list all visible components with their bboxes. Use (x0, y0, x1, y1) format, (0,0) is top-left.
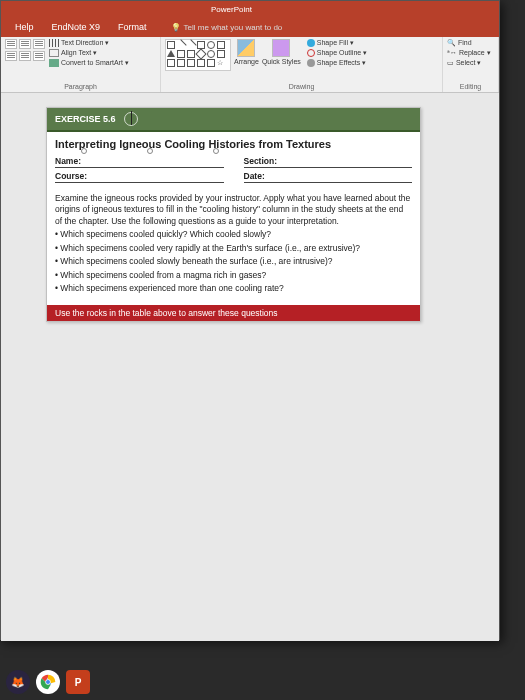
find-button[interactable]: 🔍 Find (447, 39, 472, 47)
exercise-number: EXERCISE 5.6 (55, 114, 116, 124)
course-field[interactable]: Course: (55, 171, 224, 183)
slide-canvas[interactable]: EXERCISE 5.6 Interpreting Igneous Coolin… (1, 93, 499, 641)
worksheet-body: Examine the igneous rocks provided by yo… (47, 189, 420, 303)
replace-button[interactable]: ᵃ↔ Replace ▾ (447, 49, 491, 57)
question-5: • Which specimens experienced more than … (55, 283, 412, 294)
smartart-selection[interactable]: Interpreting Igneous Cooling Histories f… (47, 132, 420, 154)
tab-format[interactable]: Format (118, 22, 147, 32)
exercise-banner: EXERCISE 5.6 (47, 108, 420, 132)
svg-point-3 (46, 680, 50, 684)
arrange-icon (237, 39, 255, 57)
arrange-button[interactable]: Arrange (234, 39, 259, 65)
ribbon-tabs: Help EndNote X9 Format Tell me what you … (1, 17, 499, 37)
shapes-gallery[interactable]: ☆ (165, 39, 231, 71)
tab-endnote[interactable]: EndNote X9 (52, 22, 101, 32)
convert-smartart-button[interactable]: Convert to SmartArt ▾ (49, 59, 129, 67)
tell-me-search[interactable]: Tell me what you want to do (171, 23, 283, 32)
align-text-icon (49, 49, 59, 57)
quick-styles-icon (272, 39, 290, 57)
taskbar: 🦊 P (6, 670, 90, 694)
list-icon[interactable] (5, 51, 17, 61)
chrome-icon[interactable] (36, 670, 60, 694)
instruction-bar: Use the rocks in the table above to answ… (47, 305, 420, 321)
shape-fill-icon (307, 39, 315, 47)
name-field[interactable]: Name: (55, 156, 224, 168)
question-3: • Which specimens cooled slowly beneath … (55, 256, 412, 267)
question-2: • Which specimens cooled very rapidly at… (55, 243, 412, 254)
shape-outline-icon (307, 49, 315, 57)
outdent-icon[interactable] (33, 51, 45, 61)
tab-help[interactable]: Help (15, 22, 34, 32)
indent-icon[interactable] (19, 51, 31, 61)
align-text-button[interactable]: Align Text ▾ (49, 49, 129, 57)
cursor-indicator-icon (124, 112, 138, 126)
firefox-icon[interactable]: 🦊 (6, 670, 30, 694)
group-paragraph: Text Direction ▾ Align Text ▾ Convert to… (1, 37, 161, 92)
align-left-icon[interactable] (5, 39, 17, 49)
select-button[interactable]: ▭ Select ▾ (447, 59, 481, 67)
text-direction-button[interactable]: Text Direction ▾ (49, 39, 129, 47)
form-fields: Name: Section: Course: Date: (47, 154, 420, 189)
question-1: • Which specimens cooled quickly? Which … (55, 229, 412, 240)
titlebar: PowerPoint (1, 1, 499, 17)
align-right-icon[interactable] (33, 39, 45, 49)
screen: PowerPoint Help EndNote X9 Format Tell m… (0, 0, 500, 640)
app-title: PowerPoint (211, 5, 252, 14)
resize-handle-icon[interactable] (213, 148, 219, 154)
ribbon: Text Direction ▾ Align Text ▾ Convert to… (1, 37, 499, 93)
drawing-label: Drawing (165, 83, 438, 90)
quick-styles-button[interactable]: Quick Styles (262, 39, 301, 65)
worksheet-heading: Interpreting Igneous Cooling Histories f… (47, 132, 420, 154)
shape-outline-button[interactable]: Shape Outline ▾ (307, 49, 367, 57)
powerpoint-taskbar-icon[interactable]: P (66, 670, 90, 694)
resize-handle-icon[interactable] (81, 148, 87, 154)
section-field[interactable]: Section: (244, 156, 413, 168)
question-4: • Which specimens cooled from a magma ri… (55, 270, 412, 281)
paragraph-label: Paragraph (5, 83, 156, 90)
editing-label: Editing (447, 83, 494, 90)
resize-handle-icon[interactable] (147, 148, 153, 154)
intro-text: Examine the igneous rocks provided by yo… (55, 193, 412, 227)
shape-effects-icon (307, 59, 315, 67)
group-editing: 🔍 Find ᵃ↔ Replace ▾ ▭ Select ▾ Editing (443, 37, 499, 92)
shape-fill-button[interactable]: Shape Fill ▾ (307, 39, 367, 47)
group-drawing: ☆ Arrange Quick Styles Shape Fill ▾ Shap… (161, 37, 443, 92)
date-field[interactable]: Date: (244, 171, 413, 183)
align-center-icon[interactable] (19, 39, 31, 49)
smartart-icon (49, 59, 59, 67)
worksheet-page: EXERCISE 5.6 Interpreting Igneous Coolin… (46, 107, 421, 322)
text-direction-icon (49, 39, 59, 47)
shape-effects-button[interactable]: Shape Effects ▾ (307, 59, 367, 67)
